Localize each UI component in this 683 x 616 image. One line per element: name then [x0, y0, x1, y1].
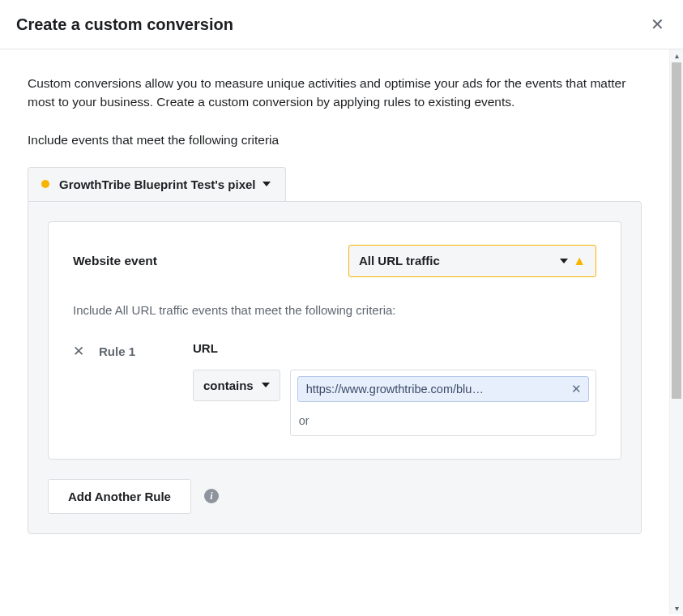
chevron-down-icon [560, 259, 568, 263]
info-icon[interactable]: i [204, 489, 219, 503]
close-icon: ✕ [651, 15, 664, 34]
website-event-select[interactable]: All URL traffic ▲ [348, 245, 596, 277]
website-event-label: Website event [73, 254, 348, 268]
modal-body: Custom conversions allow you to measure … [0, 49, 669, 614]
scroll-up-arrow-icon[interactable]: ▴ [670, 51, 683, 60]
warning-icon: ▲ [573, 254, 586, 268]
rule-card: Website event All URL traffic ▲ Include … [48, 221, 621, 460]
modal-header: Create a custom conversion ✕ [0, 0, 683, 49]
url-input-box[interactable]: https://www.growthtribe.com/blu… ✕ or [290, 370, 596, 436]
criteria-label: Include events that meet the following c… [28, 133, 642, 148]
modal-description: Custom conversions allow you to measure … [28, 74, 642, 112]
pixel-status-dot-icon [41, 180, 49, 188]
rules-panel: Website event All URL traffic ▲ Include … [28, 201, 642, 534]
website-event-value: All URL traffic [359, 254, 440, 267]
custom-conversion-modal: Create a custom conversion ✕ Custom conv… [0, 0, 683, 616]
remove-rule-icon[interactable]: ✕ [73, 343, 84, 360]
rule-left: ✕ Rule 1 [73, 341, 193, 360]
scroll-thumb[interactable] [672, 62, 681, 399]
chevron-down-icon [262, 383, 270, 387]
modal-body-wrap: Custom conversions allow you to measure … [0, 49, 683, 614]
remove-chip-icon[interactable]: ✕ [571, 382, 582, 396]
scroll-down-arrow-icon[interactable]: ▾ [670, 604, 683, 613]
url-chip: https://www.growthtribe.com/blu… ✕ [297, 376, 589, 402]
rule-name-label: Rule 1 [99, 344, 135, 358]
rule-content: URL contains https://www.growthtrib [193, 341, 596, 436]
url-chip-row: https://www.growthtribe.com/blu… ✕ [291, 370, 595, 408]
event-select-icons: ▲ [560, 254, 586, 268]
rules-footer: Add Another Rule i [48, 479, 621, 514]
url-inputs: contains https://www.growthtribe.com/blu… [193, 370, 596, 436]
url-condition-select[interactable]: contains [193, 370, 280, 401]
url-or-label: or [291, 408, 595, 435]
url-condition-value: contains [203, 379, 254, 392]
pixel-selector-tab[interactable]: GrowthTribe Blueprint Test's pixel [28, 167, 286, 201]
rule-criteria-subtext: Include All URL traffic events that meet… [73, 303, 596, 317]
chevron-down-icon [263, 182, 271, 186]
modal-title: Create a custom conversion [16, 15, 233, 34]
rule-row: ✕ Rule 1 URL contains [73, 341, 596, 436]
scrollbar[interactable]: ▴ ▾ [669, 49, 683, 614]
add-another-rule-button[interactable]: Add Another Rule [48, 479, 191, 514]
close-button[interactable]: ✕ [647, 15, 667, 34]
url-chip-text: https://www.growthtribe.com/blu… [306, 383, 484, 396]
pixel-name-label: GrowthTribe Blueprint Test's pixel [59, 178, 256, 191]
website-event-row: Website event All URL traffic ▲ [73, 245, 596, 277]
url-field-label: URL [193, 341, 596, 355]
